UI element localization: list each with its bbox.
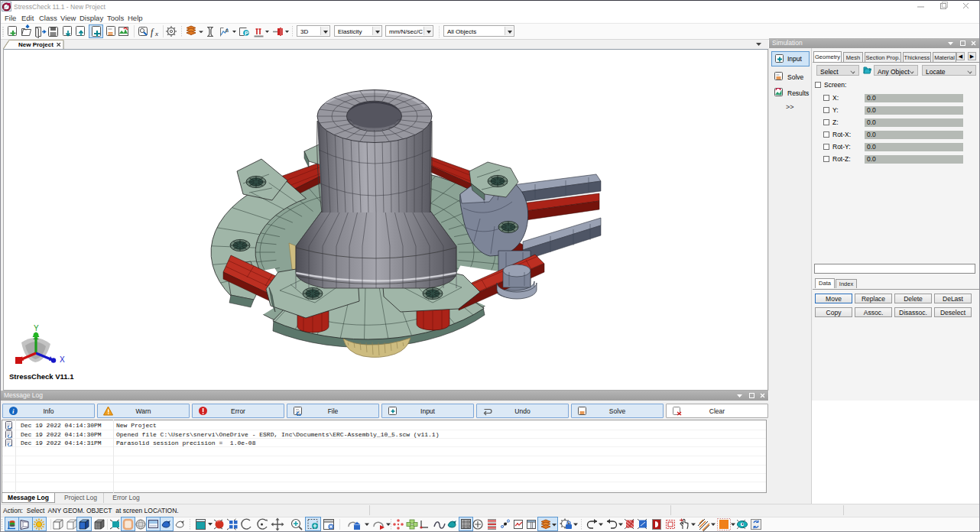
svg-text:P: P <box>245 30 248 37</box>
svg-text:X: X <box>60 355 65 364</box>
svg-text:a: a <box>226 28 229 33</box>
svg-text:Y: Y <box>34 324 39 332</box>
svg-text:f: f <box>151 27 154 37</box>
svg-text:x: x <box>154 30 158 37</box>
